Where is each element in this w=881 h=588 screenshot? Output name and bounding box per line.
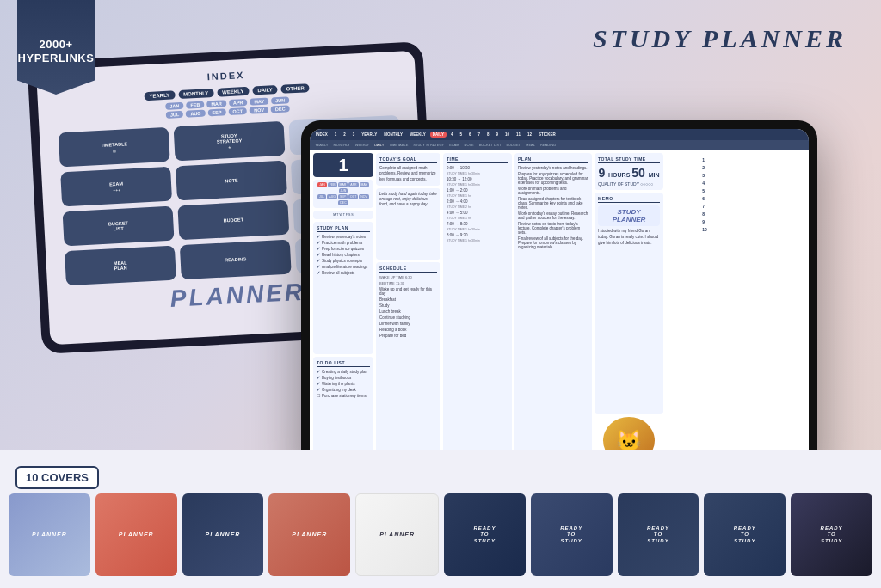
subnav-budget: BUDGET bbox=[504, 142, 522, 148]
cover-9-text: READYTOSTUDY bbox=[734, 525, 756, 544]
pill-apr: APR bbox=[348, 182, 358, 187]
right-dots-column: 1 2 3 4 5 6 7 8 9 10 bbox=[666, 153, 743, 464]
cover-4-text: PLANNER bbox=[292, 531, 327, 538]
plan-4: Read assigned chapters for textbook clas… bbox=[518, 197, 588, 210]
month-aug: AUG bbox=[186, 110, 206, 118]
dot-3: 3 bbox=[702, 173, 707, 178]
study-item-1: ✓Review yesterday's notes bbox=[317, 235, 370, 239]
dot-1: 1 bbox=[702, 157, 707, 162]
time-detail-6: STUDY TIME 1 hr 30min bbox=[447, 228, 508, 231]
cover-8-text: READYTOSTUDY bbox=[647, 525, 669, 544]
nav-weekly: WEEKLY bbox=[217, 87, 250, 97]
time-3: 1:00 → 2:00 bbox=[447, 188, 508, 193]
cover-7-text: READYTOSTUDY bbox=[560, 525, 582, 544]
nav-weekly-f: WEEKLY bbox=[407, 132, 428, 138]
time-detail-7: STUDY TIME 1 hr 30min bbox=[447, 239, 508, 242]
card-timetable: TIMETABLE▤ bbox=[59, 127, 170, 168]
subnav-weekly: WEEKLY bbox=[354, 142, 371, 148]
todo-item-3: ✓Watering the plants bbox=[317, 382, 370, 386]
tablet-front-screen: INDEX 1 2 3 YEARLY MONTHLY WEEKLY DAILY … bbox=[310, 129, 809, 473]
nav-sticker: STICKER bbox=[536, 132, 558, 138]
study-item-4: ✓Read history chapters bbox=[317, 253, 370, 257]
total-hours-display: 9 HOURS 50 MIN bbox=[598, 166, 660, 180]
nav-yearly: YEARLY bbox=[144, 90, 175, 101]
month-oct: OCT bbox=[228, 107, 247, 115]
dot-5: 5 bbox=[702, 188, 707, 193]
study-item-5: ✓Study physics concepts bbox=[317, 259, 370, 263]
goal-text: Complete all assigned math problems. Rev… bbox=[379, 166, 437, 182]
time-5: 4:00 → 5:00 bbox=[447, 211, 508, 215]
subnav-exam: EXAM bbox=[447, 142, 460, 148]
hours-value: 9 bbox=[598, 166, 605, 180]
planner-watermark-box: STUDY PLANNER bbox=[598, 205, 660, 226]
page-title: STUDY PLANNER bbox=[593, 24, 847, 53]
time-title: TIME bbox=[447, 156, 508, 163]
nav-5: 5 bbox=[457, 132, 465, 138]
sched-4: Lunch break bbox=[379, 309, 437, 314]
time-1: 9:00 → 10:30 bbox=[447, 166, 508, 170]
ribbon-badge: 2000+ HYPERLINKS bbox=[17, 0, 95, 95]
goal-schedule-column: TODAY'S GOAL Complete all assigned math … bbox=[376, 153, 440, 464]
month-jul: JUL bbox=[166, 111, 184, 119]
hours-label: HOURS bbox=[608, 172, 631, 178]
time-detail-4: STUDY TIME 2 hr bbox=[447, 205, 508, 209]
subnav-note: NOTE bbox=[463, 142, 476, 148]
subnav-monthly: MONTHLY bbox=[332, 142, 352, 148]
pill-may: MAY bbox=[360, 182, 369, 187]
month-dec: DEC bbox=[271, 105, 290, 113]
sched-7: Reading a book bbox=[379, 328, 437, 332]
pill-jun: JUN bbox=[339, 188, 348, 193]
todo-section: TO DO LIST ✓Creating a daily study plan … bbox=[313, 357, 373, 464]
planner-watermark: PLANNER bbox=[169, 279, 305, 313]
subnav-meal: MEAL bbox=[524, 142, 537, 148]
subnav-yearly: YEARLY bbox=[313, 142, 330, 148]
time-7: 8:00 → 9:30 bbox=[447, 233, 508, 237]
quality-label: QUALITY OF STUDY ○○○○○ bbox=[598, 181, 660, 187]
months-pills: JAN FEB MAR APR MAY JUN JUL AUG SEP OCT bbox=[313, 180, 373, 208]
todo-item-2: ✓Buying textbooks bbox=[317, 376, 370, 380]
plan-2: Prepare for any quizzes scheduled for to… bbox=[518, 172, 588, 185]
plan-7: Final review of all subjects for the day… bbox=[518, 236, 588, 249]
goal-section: TODAY'S GOAL Complete all assigned math … bbox=[376, 153, 440, 186]
plan-title: PLAN bbox=[518, 156, 588, 163]
cover-3-text: PLANNER bbox=[206, 531, 241, 538]
total-time-title: TOTAL STUDY TIME bbox=[598, 156, 660, 163]
card-budget: BUDGET bbox=[177, 200, 289, 241]
card-exam: EXAM✦✦✦ bbox=[60, 167, 172, 207]
schedule-section: SCHEDULE WAKE UP TIME 6:30 BEDTIME 11:30… bbox=[376, 262, 440, 464]
sched-8: Prepare for bed bbox=[379, 334, 437, 338]
time-detail-1: STUDY TIME 1 hr 30min bbox=[447, 172, 508, 175]
study-plan-title: STUDY PLAN bbox=[317, 225, 370, 232]
memo-title: MEMO bbox=[598, 196, 660, 203]
cover-2-text: PLANNER bbox=[119, 531, 154, 538]
time-detail-2: STUDY TIME 1 hr 30min bbox=[447, 183, 508, 187]
study-item-3: ✓Prep for science quizzes bbox=[317, 247, 370, 251]
card-note: NOTE bbox=[176, 161, 287, 201]
schedule-title: SCHEDULE bbox=[379, 266, 437, 273]
nav-monthly: MONTHLY bbox=[178, 89, 214, 99]
dot-9: 9 bbox=[702, 219, 707, 224]
subnav-timetable: TIMETABLE bbox=[387, 142, 410, 148]
nav-yearly-f: YEARLY bbox=[359, 132, 379, 138]
month-apr: APR bbox=[229, 99, 248, 107]
cover-5: PLANNER bbox=[355, 493, 439, 576]
cover-7: READYTOSTUDY bbox=[531, 493, 613, 576]
subnav-reading: READING bbox=[539, 142, 558, 148]
plan-5: Work on today's essay outline. Research … bbox=[518, 211, 588, 220]
wake-up-time: WAKE UP TIME 6:30 bbox=[379, 275, 437, 279]
pill-aug: AUG bbox=[327, 194, 337, 199]
tablet-front: INDEX 1 2 3 YEARLY MONTHLY WEEKLY DAILY … bbox=[301, 120, 817, 481]
bed-time: BEDTIME 11:30 bbox=[379, 281, 437, 285]
ribbon-subtext: HYPERLINKS bbox=[18, 52, 95, 65]
sched-1: Wake up and get ready for this day bbox=[379, 287, 437, 296]
pill-oct: OCT bbox=[348, 194, 358, 199]
daily-sub-nav: YEARLY MONTHLY WEEKLY DAILY TIMETABLE ST… bbox=[310, 140, 809, 150]
pill-sep: SEP bbox=[338, 194, 348, 199]
card-reading: READING bbox=[180, 240, 292, 280]
month-sep: SEP bbox=[207, 108, 225, 116]
min-label: MIN bbox=[649, 172, 660, 178]
memo-text: I studied with my friend Goran today. Go… bbox=[598, 229, 660, 246]
todo-item-1: ✓Creating a daily study plan bbox=[317, 370, 370, 374]
min-value: 50 bbox=[631, 166, 645, 180]
pill-jan: JAN bbox=[317, 182, 327, 187]
